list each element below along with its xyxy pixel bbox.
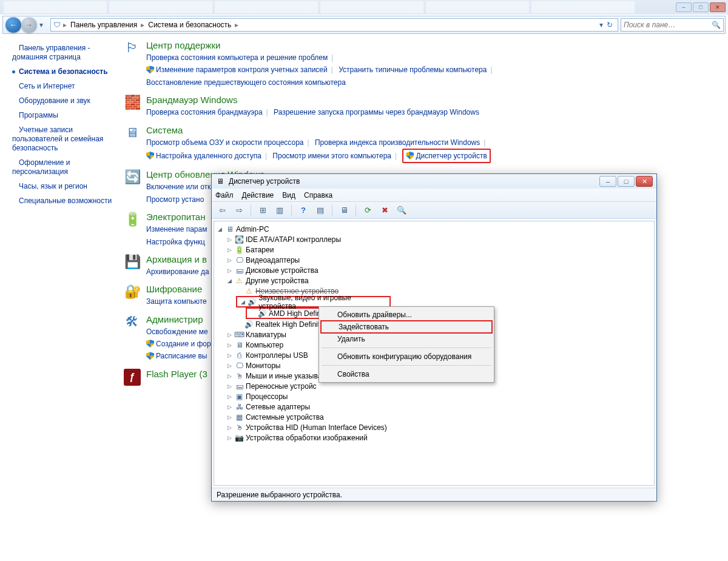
tree-node-batteries[interactable]: ▷🔋Батареи (214, 244, 654, 255)
menu-view[interactable]: Вид (282, 191, 295, 200)
link-allow-firewall-program[interactable]: Разрешение запуска программы через бранд… (274, 108, 479, 116)
tree-node-processors[interactable]: ▷▣Процессоры (214, 391, 654, 401)
tree-node-network-adapters[interactable]: ▷🖧Сетевые адаптеры (214, 401, 654, 412)
search-box[interactable]: 🔍 (621, 18, 724, 32)
dm-maximize-button[interactable]: □ (618, 176, 635, 187)
section-heading-action-center[interactable]: Центр поддержки (146, 40, 722, 50)
link-schedule[interactable]: Расписание вы (156, 352, 207, 360)
sidebar-item-appearance[interactable]: Оформление и персонализация (12, 158, 113, 176)
sidebar-item-network[interactable]: Сеть и Интернет (12, 82, 113, 91)
action-center-icon: 🏳 (122, 40, 143, 61)
tree-node-system-devices[interactable]: ▷▦Системные устройства (214, 412, 654, 422)
window-minimize-button[interactable]: – (676, 2, 692, 12)
toolbar-update-driver-icon[interactable]: ⟳ (361, 204, 374, 217)
ctx-update-drivers[interactable]: Обновить драйверы... (320, 308, 493, 321)
section-heading-firewall[interactable]: Брандмауэр Windows (146, 95, 722, 105)
toolbar-show-hidden-icon[interactable]: ⊞ (256, 204, 269, 217)
tree-root[interactable]: ◢🖥Admin-PC (214, 224, 654, 234)
backup-icon: 💾 (122, 254, 143, 275)
link-remote-access[interactable]: Настройка удаленного доступа (156, 152, 261, 160)
ctx-enable[interactable]: Задействовать (320, 320, 493, 334)
breadcrumb-item[interactable]: Система и безопасность (147, 21, 232, 29)
sidebar-item-system-security[interactable]: Система и безопасность (12, 67, 113, 76)
tree-node-hid-devices[interactable]: ▷🖱Устройства HID (Human Interface Device… (214, 422, 654, 432)
sidebar-item-hardware-sound[interactable]: Оборудование и звук (12, 96, 113, 106)
system-icon: 🖥 (122, 125, 143, 146)
link-device-manager[interactable]: Диспетчер устройств (416, 152, 487, 160)
sidebar-item-programs[interactable]: Программы (12, 111, 113, 120)
ctx-properties[interactable]: Свойства (320, 368, 493, 381)
window-close-button[interactable]: ✕ (710, 2, 726, 12)
shield-icon (146, 340, 154, 348)
link-view-installed-updates[interactable]: Просмотр устано (146, 195, 204, 204)
breadcrumb-sep: ▸ (63, 21, 67, 29)
tree-node-disk-drives[interactable]: ▷🖴Дисковые устройства (214, 265, 654, 275)
breadcrumb-sep: ▸ (141, 21, 144, 29)
explorer-nav-bar: ← → ▾ 🛡 ▸ Панель управления ▸ Система и … (2, 16, 726, 34)
sidebar-item-user-accounts[interactable]: Учетные записи пользователей и семейная … (12, 126, 113, 153)
device-manager-menubar: Файл Действие Вид Справка (212, 189, 656, 202)
toolbar-scan-hardware-icon[interactable]: 🔍 (395, 204, 408, 217)
address-dropdown-icon[interactable]: ▾ (599, 21, 603, 29)
tree-node-other-devices[interactable]: ◢⚠Другие устройства (214, 275, 654, 286)
link-check-computer-status[interactable]: Проверка состояния компьютера и решение … (146, 53, 328, 62)
ctx-scan-hardware[interactable]: Обновить конфигурацию оборудования (320, 350, 493, 363)
section-heading-system[interactable]: Система (146, 125, 722, 135)
nav-history-dropdown[interactable]: ▾ (37, 19, 46, 31)
link-view-ram-cpu[interactable]: Просмотр объема ОЗУ и скорости процессор… (146, 138, 304, 147)
nav-back-button[interactable]: ← (5, 17, 21, 33)
tree-node-ide[interactable]: ▷💽IDE ATA/ATAPI контроллеры (214, 234, 654, 244)
browser-tab[interactable] (531, 1, 635, 13)
link-troubleshoot[interactable]: Устранить типичные проблемы компьютера (339, 66, 487, 74)
ctx-separator (322, 348, 491, 348)
browser-tab[interactable] (215, 1, 318, 13)
search-input[interactable] (624, 21, 712, 29)
browser-tab[interactable] (109, 1, 212, 13)
toolbar-help-icon[interactable]: ? (297, 204, 310, 217)
sidebar-item-accessibility[interactable]: Специальные возможности (12, 197, 113, 206)
link-change-power[interactable]: Изменение парам (146, 225, 207, 233)
ctx-separator (322, 365, 491, 366)
ctx-uninstall[interactable]: Удалить (320, 332, 493, 346)
toolbar-properties-icon[interactable]: ▤ (314, 204, 327, 217)
address-bar[interactable]: 🛡 ▸ Панель управления ▸ Система и безопа… (50, 18, 618, 32)
link-check-firewall[interactable]: Проверка состояния брандмауэра (146, 108, 263, 116)
link-view-computer-name[interactable]: Просмотр имени этого компьютера (272, 152, 391, 160)
browser-tab[interactable] (320, 1, 423, 13)
link-configure-power-function[interactable]: Настройка функц (146, 238, 205, 246)
menu-file[interactable]: Файл (215, 191, 234, 200)
dm-close-button[interactable]: ✕ (636, 176, 653, 187)
link-performance-index[interactable]: Проверка индекса производительности Wind… (315, 138, 480, 147)
link-free-space[interactable]: Освобождение ме (146, 328, 208, 336)
tree-node-imaging-devices[interactable]: ▷📷Устройства обработки изображений (214, 432, 654, 443)
link-create-format[interactable]: Создание и фор (156, 340, 211, 348)
shield-icon (146, 152, 154, 160)
toolbar-uninstall-icon[interactable]: ✖ (378, 204, 391, 217)
toolbar-forward-icon[interactable]: ⇨ (232, 204, 246, 217)
tree-node-video-adapters[interactable]: ▷🖵Видеоадаптеры (214, 255, 654, 265)
toolbar-back-icon[interactable]: ⇦ (215, 204, 229, 217)
search-icon[interactable]: 🔍 (712, 21, 721, 29)
toolbar-details-icon[interactable]: ▥ (273, 204, 286, 217)
firewall-icon: 🧱 (122, 95, 143, 115)
address-icon: 🛡 (53, 21, 61, 29)
link-backup-data[interactable]: Архивирование да (146, 267, 209, 276)
sidebar-item-clock-region[interactable]: Часы, язык и регион (12, 182, 113, 191)
browser-tab[interactable] (426, 1, 529, 13)
browser-tab[interactable] (4, 1, 107, 13)
toolbar-enable-icon[interactable]: 🖥 (337, 204, 351, 217)
window-maximize-button[interactable]: □ (693, 2, 709, 12)
menu-action[interactable]: Действие (242, 191, 274, 200)
link-restore-computer[interactable]: Восстановление предшествующего состояния… (146, 78, 346, 87)
device-manager-statusbar: Разрешение выбранного устройства. (212, 488, 656, 501)
menu-help[interactable]: Справка (304, 191, 332, 200)
link-protect-computer[interactable]: Защита компьюте (146, 297, 207, 306)
dm-minimize-button[interactable]: – (599, 176, 616, 187)
refresh-icon[interactable]: ↻ (607, 21, 613, 29)
sidebar-item-home[interactable]: Панель управления - домашняя страница (12, 44, 113, 62)
device-manager-titlebar[interactable]: 🖥 Диспетчер устройств – □ ✕ (212, 174, 656, 189)
nav-forward-button[interactable]: → (21, 17, 37, 33)
bitlocker-icon: 🔐 (122, 284, 143, 304)
link-change-uac[interactable]: Изменение параметров контроля учетных за… (156, 66, 328, 74)
breadcrumb-item[interactable]: Панель управления (69, 21, 138, 29)
